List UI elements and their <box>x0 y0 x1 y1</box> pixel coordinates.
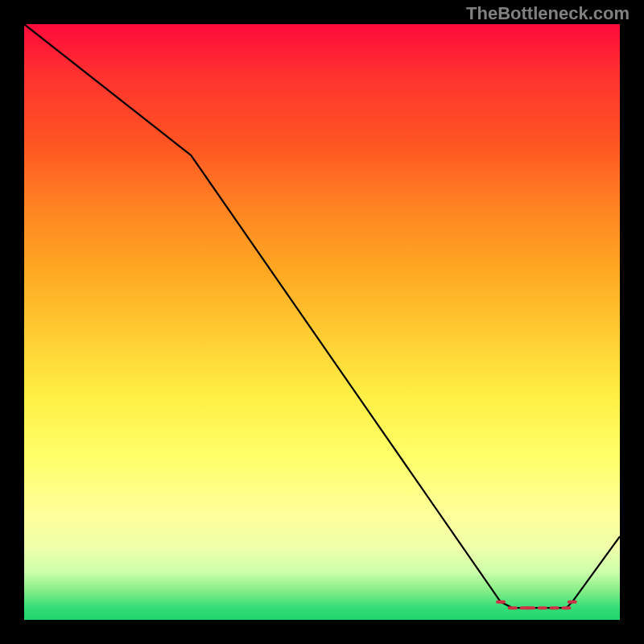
marker-dot <box>496 601 506 604</box>
watermark-text: TheBottleneck.com <box>466 3 630 24</box>
marker-dot <box>538 606 547 609</box>
marker-dot <box>508 606 518 609</box>
chart-container: TheBottleneck.com <box>0 0 644 644</box>
marker-dot <box>526 606 535 609</box>
marker-dot <box>568 601 577 604</box>
bottleneck-curve <box>24 24 620 608</box>
plot-area <box>24 24 620 620</box>
marker-dot <box>561 606 571 609</box>
chart-svg <box>24 24 620 620</box>
marker-dot <box>550 606 559 609</box>
